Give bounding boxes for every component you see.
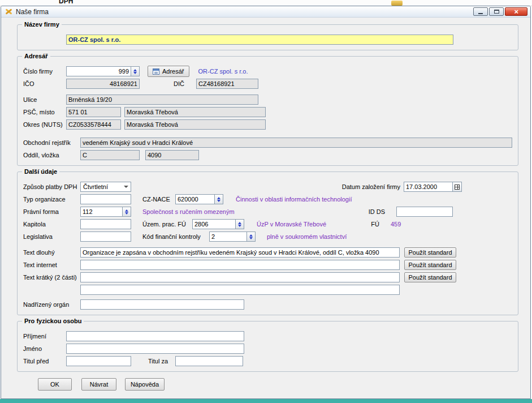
navrat-button-label: Návrat [90, 381, 108, 388]
calendar-button[interactable] [453, 182, 462, 192]
group-adresar-title: Adresář [22, 53, 50, 59]
kod-financni-kontroly-spinner-button[interactable] [247, 231, 256, 242]
group-pro-fyzickou-osobu-title: Pro fyzickou osobu [22, 318, 84, 324]
cislo-firmy-input[interactable] [66, 66, 131, 76]
calendar-icon [455, 185, 460, 190]
cislo-firmy-field [66, 66, 140, 76]
cznace-input[interactable] [175, 194, 215, 204]
datum-zalozeni-label: Datum založení firmy [342, 183, 400, 190]
pouzit-standard-label: Použít standard [408, 274, 452, 281]
background-dph-text: DPH [59, 0, 73, 5]
cznace-spinner-button[interactable] [215, 194, 223, 204]
pravni-forma-desc-text: Společnost s ručením omezeným [142, 208, 235, 215]
nadrizeny-organ-label: Nadřízený orgán [23, 301, 80, 308]
minimize-button[interactable] [473, 7, 488, 16]
navrat-button[interactable]: Návrat [81, 378, 116, 391]
text-kratky-input-1[interactable] [80, 272, 400, 282]
spinner-down-icon [217, 200, 220, 202]
group-nazev-firmy: Název firmy [17, 24, 518, 50]
napoveda-button-label: Nápověda [131, 381, 159, 388]
id-ds-input[interactable] [396, 207, 453, 217]
okres-nuts-field [66, 119, 121, 130]
ico-field [66, 79, 140, 89]
oddil-field [80, 150, 140, 160]
maximize-button[interactable] [489, 7, 504, 16]
spinner-up-icon [133, 69, 137, 71]
psc-field [66, 107, 121, 117]
pravni-forma-spinner-button[interactable] [123, 207, 131, 217]
ok-button-label: OK [50, 381, 59, 388]
cznace-field [175, 194, 223, 204]
background-app-icon [391, 1, 403, 6]
okres-label: Okres (NUTS) [23, 121, 66, 128]
pouzit-standard-button-3[interactable]: Použít standard [404, 272, 456, 282]
kod-financni-kontroly-label: Kód finanční kontroly [142, 233, 209, 240]
id-ds-label: ID DS [369, 208, 385, 215]
uzem-prac-fu-spinner-button[interactable] [236, 219, 244, 229]
kapitola-input[interactable] [80, 219, 131, 229]
jmeno-input[interactable] [66, 344, 244, 354]
titul-pred-label: Titul před [23, 358, 66, 365]
group-pro-fyzickou-osobu: Pro fyzickou osobu Příjmení Jméno Titul … [17, 321, 518, 372]
spinner-up-icon [125, 209, 128, 212]
kod-financni-kontroly-desc-text: plně v soukromém vlastnictví [267, 233, 347, 240]
nadrizeny-organ-input[interactable] [80, 299, 244, 310]
titul-pred-input[interactable] [66, 356, 131, 366]
window-title: Naše firma [16, 8, 49, 16]
window-controls [472, 7, 527, 16]
fu-label: FÚ [371, 221, 379, 228]
pouzit-standard-button-2[interactable]: Použít standard [404, 260, 456, 270]
nase-firma-dialog: Naše firma Název firmy Adresář Číslo fir… [1, 6, 531, 399]
cislo-firmy-spinner-button[interactable] [131, 66, 140, 76]
firma-lookup-text: OR-CZ spol. s r.o. [198, 68, 248, 75]
ok-button[interactable]: OK [38, 378, 72, 391]
text-internet-label: Text internet [23, 261, 80, 268]
cislo-firmy-label: Číslo firmy [23, 68, 66, 75]
dialog-buttons: OK Návrat Nápověda [17, 378, 518, 391]
text-kratky-input-2[interactable] [80, 285, 400, 295]
adresar-button[interactable]: Adresář [148, 66, 189, 77]
pravni-forma-field [80, 207, 131, 217]
misto-field [124, 107, 266, 117]
spinner-up-icon [238, 222, 241, 224]
group-nazev-firmy-title: Název firmy [22, 21, 62, 28]
group-dalsi-udaje: Další údaje Způsob platby DPH Čtvrtletní… [17, 172, 518, 315]
pravni-forma-input[interactable] [80, 207, 123, 217]
close-icon [514, 8, 518, 15]
spinner-down-icon [249, 237, 253, 239]
prijmeni-input[interactable] [66, 331, 244, 341]
group-adresar: Adresář Číslo firmy Adresář OR-CZ spol. … [17, 56, 518, 166]
kod-financni-kontroly-field [209, 231, 256, 242]
text-dlouhy-input[interactable] [80, 247, 400, 258]
adresar-button-label: Adresář [162, 68, 184, 75]
typ-organizace-input[interactable] [80, 194, 131, 204]
rejstrik-label: Obchodní rejstřík [23, 139, 80, 146]
ulice-label: Ulice [23, 96, 66, 103]
close-button[interactable] [505, 7, 527, 16]
ico-label: IČO [23, 80, 66, 87]
spinner-up-icon [249, 234, 253, 237]
legislativa-input[interactable] [80, 231, 131, 242]
group-dalsi-udaje-title: Další údaje [22, 168, 59, 175]
datum-zalozeni-input[interactable] [404, 182, 453, 192]
zpusob-platby-dph-select[interactable]: Čtvrtletní [80, 182, 131, 192]
app-icon [5, 8, 13, 15]
titlebar[interactable]: Naše firma [1, 6, 530, 18]
rejstrik-field [80, 138, 512, 148]
titul-za-label: Titul za [148, 358, 175, 365]
uzem-prac-fu-field [192, 219, 244, 229]
spinner-up-icon [217, 197, 220, 199]
nazev-firmy-input[interactable] [66, 35, 453, 45]
kod-financni-kontroly-input[interactable] [209, 231, 247, 242]
text-dlouhy-label: Text dlouhý [23, 249, 80, 256]
minimize-icon [478, 13, 483, 14]
typ-organizace-label: Typ organizace [23, 196, 80, 203]
vlozka-field [145, 150, 199, 160]
napoveda-button[interactable]: Nápověda [125, 378, 165, 391]
pravni-forma-label: Právní forma [23, 208, 80, 215]
pouzit-standard-button-1[interactable]: Použít standard [404, 247, 456, 258]
text-internet-input[interactable] [80, 260, 400, 270]
uzem-prac-fu-input[interactable] [192, 219, 236, 229]
titul-za-input[interactable] [175, 356, 243, 366]
cznace-label: CZ-NACE [142, 196, 175, 203]
